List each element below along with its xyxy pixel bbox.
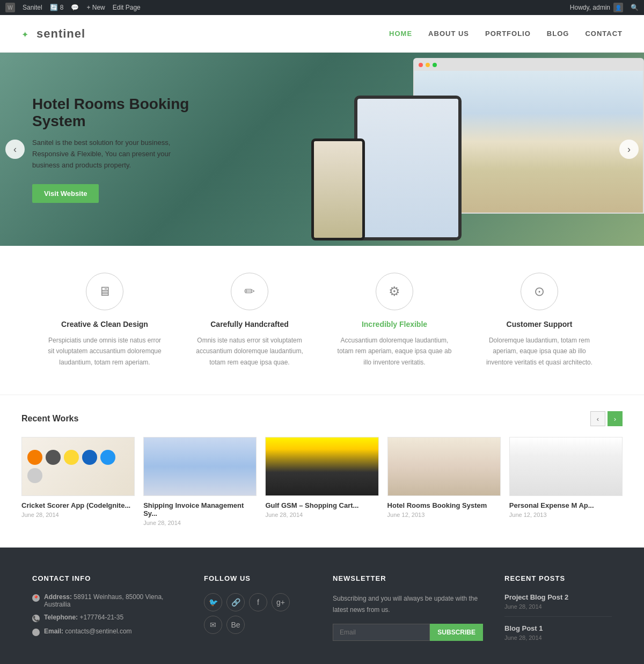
edit-page-label: Edit Page xyxy=(113,4,141,11)
footer-newsletter-heading: NEWSLETTER xyxy=(333,574,483,582)
user-avatar: 👤 xyxy=(613,3,623,12)
work-item-2[interactable]: Shipping Invoice Management Sy... June 2… xyxy=(143,437,257,526)
browser-dot-red xyxy=(419,63,423,67)
updates-btn[interactable]: 🔄 8 xyxy=(50,4,64,11)
main-nav: HOME ABOUT US PORTFOLIO BLOG CONTACT xyxy=(389,30,623,38)
tablet-screen xyxy=(357,99,458,237)
social-googleplus[interactable]: g+ xyxy=(272,593,290,611)
wp-icon: W xyxy=(5,3,15,12)
feature-title-1: Creative & Clean Design xyxy=(46,320,164,329)
nav-about[interactable]: ABOUT US xyxy=(428,30,469,38)
feature-icon-design: 🖥 xyxy=(86,273,123,310)
logo-text: sentinel xyxy=(36,27,85,41)
feature-desc-2: Omnis iste natus error sit voluptatem ac… xyxy=(191,335,309,368)
work-item-1[interactable]: Cricket Scorer App (CodeIgnite... June 2… xyxy=(21,437,135,526)
footer-email-text: Email: contacts@sentinel.com xyxy=(44,627,132,635)
footer-follow-heading: FOLLOW US xyxy=(204,574,311,582)
recent-works-section: Recent Works ‹ › Cricket Scorer App (Cod… xyxy=(0,395,644,548)
feature-title-3: Incredibly Flexible xyxy=(335,320,453,329)
slider-next-btn[interactable]: › xyxy=(619,140,639,159)
hero-cta-btn[interactable]: Visit Website xyxy=(32,184,99,203)
newsletter-subscribe-btn[interactable]: SUBSCRIBE xyxy=(430,624,483,641)
social-icons: 🐦 🔗 f g+ ✉ Be xyxy=(204,593,311,634)
hero-description: Sanitel is the best solution for your bu… xyxy=(32,137,193,171)
admin-bar: W Sanitel 🔄 8 💬 + New Edit Page Howdy, a… xyxy=(0,0,644,15)
footer-phone-text: Telephone: +177764-21-35 xyxy=(44,614,123,621)
phone-label: Telephone: xyxy=(44,614,78,621)
site-header: sentinel HOME ABOUT US PORTFOLIO BLOG CO… xyxy=(0,15,644,53)
work-date-2: June 28, 2014 xyxy=(143,520,257,526)
work-item-5[interactable]: Personal Expense M Ap... June 12, 2013 xyxy=(509,437,623,526)
work-date-5: June 12, 2013 xyxy=(509,512,623,518)
footer-posts-col: RECENT POSTS Project Blog Post 2 June 28… xyxy=(504,574,612,655)
email-label: Email: xyxy=(44,627,63,635)
recent-post-date-1: June 28, 2014 xyxy=(504,603,612,610)
address-label: Address: xyxy=(44,593,72,601)
social-rss[interactable]: ✉ xyxy=(204,616,222,634)
footer-email: ✉ Email: contacts@sentinel.com xyxy=(32,627,182,636)
work-title-5: Personal Expense M Ap... xyxy=(509,501,623,509)
work-date-4: June 12, 2013 xyxy=(387,512,501,518)
features-section: 🖥 Creative & Clean Design Perspiciatis u… xyxy=(0,246,644,395)
work-thumb-5 xyxy=(509,437,623,496)
edit-page-btn[interactable]: Edit Page xyxy=(113,4,141,11)
works-prev-btn[interactable]: ‹ xyxy=(590,411,605,426)
nav-contact[interactable]: CONTACT xyxy=(585,30,623,38)
footer-posts-heading: RECENT POSTS xyxy=(504,574,612,582)
footer-follow-col: FOLLOW US 🐦 🔗 f g+ ✉ Be xyxy=(204,574,311,655)
feature-desc-3: Accusantium doloremque laudantium, totam… xyxy=(335,335,453,368)
recent-post-title-2: Blog Post 1 xyxy=(504,624,612,632)
nav-blog[interactable]: BLOG xyxy=(547,30,569,38)
phone-mockup xyxy=(311,138,365,240)
footer-contact-col: CONTACT INFO 📍 Address: 58911 Weinhaus, … xyxy=(32,574,182,655)
new-content-btn[interactable]: + New xyxy=(86,4,105,11)
social-link[interactable]: 🔗 xyxy=(226,593,245,611)
recent-works-title: Recent Works xyxy=(21,414,78,424)
wp-logo-btn[interactable]: W xyxy=(5,3,15,12)
work-thumb-3 xyxy=(265,437,378,496)
comments-btn[interactable]: 💬 xyxy=(71,4,79,11)
footer-grid: CONTACT INFO 📍 Address: 58911 Weinhaus, … xyxy=(32,574,612,655)
works-grid: Cricket Scorer App (CodeIgnite... June 2… xyxy=(21,437,623,526)
work-item-3[interactable]: Gulf GSM – Shopping Cart... June 28, 201… xyxy=(265,437,378,526)
feature-item-1: 🖥 Creative & Clean Design Perspiciatis u… xyxy=(46,273,164,368)
feature-icon-flexible: ⚙ xyxy=(376,273,413,310)
address-icon: 📍 xyxy=(32,594,40,602)
footer-phone: 📞 Telephone: +177764-21-35 xyxy=(32,614,182,622)
site-name-btn[interactable]: Sanitel xyxy=(23,4,42,11)
recent-post-2: Blog Post 1 June 28, 2014 xyxy=(504,624,612,647)
newsletter-desc: Subscribing and you will always be updat… xyxy=(333,593,483,615)
social-twitter[interactable]: 🐦 xyxy=(204,593,222,611)
work-thumb-2 xyxy=(143,437,257,496)
work-title-3: Gulf GSM – Shopping Cart... xyxy=(265,501,378,509)
social-behance[interactable]: Be xyxy=(226,616,245,634)
work-item-4[interactable]: Hotel Rooms Booking System June 12, 2013 xyxy=(387,437,501,526)
logo-icon xyxy=(21,30,33,38)
newsletter-email-input[interactable] xyxy=(333,624,430,641)
feature-desc-1: Perspiciatis unde omnis iste natus error… xyxy=(46,335,164,368)
thumb-circles xyxy=(22,444,134,488)
nav-portfolio[interactable]: PORTFOLIO xyxy=(485,30,531,38)
site-logo[interactable]: sentinel xyxy=(21,27,85,41)
feature-item-4: ⊙ Customer Support Doloremque laudantium… xyxy=(480,273,598,368)
circle-5 xyxy=(100,450,115,465)
work-thumb-1 xyxy=(21,437,135,496)
howdy-text: Howdy, admin xyxy=(570,4,610,11)
nav-home[interactable]: HOME xyxy=(389,30,412,38)
footer-address: 📍 Address: 58911 Weinhaus, 85000 Viena, … xyxy=(32,593,182,608)
works-next-btn[interactable]: › xyxy=(608,411,623,426)
work-date-3: June 28, 2014 xyxy=(265,512,378,518)
work-title-2: Shipping Invoice Management Sy... xyxy=(143,501,257,517)
updates-count: 8 xyxy=(60,4,64,11)
phone-value: +177764-21-35 xyxy=(79,614,123,621)
feature-title-4: Customer Support xyxy=(480,320,598,329)
social-facebook[interactable]: f xyxy=(249,593,267,611)
site-footer: CONTACT INFO 📍 Address: 58911 Weinhaus, … xyxy=(0,548,644,664)
footer-newsletter-col: NEWSLETTER Subscribing and you will alwa… xyxy=(333,574,483,655)
hero-title: Hotel Rooms Booking System xyxy=(32,96,193,130)
phone-screen xyxy=(314,141,362,238)
admin-search-btn[interactable]: 🔍 xyxy=(631,4,639,11)
feature-item-3: ⚙ Incredibly Flexible Accusantium dolore… xyxy=(335,273,453,368)
slider-prev-btn[interactable]: ‹ xyxy=(5,140,25,159)
feature-item-2: ✏ Carefully Handcrafted Omnis iste natus… xyxy=(191,273,309,368)
